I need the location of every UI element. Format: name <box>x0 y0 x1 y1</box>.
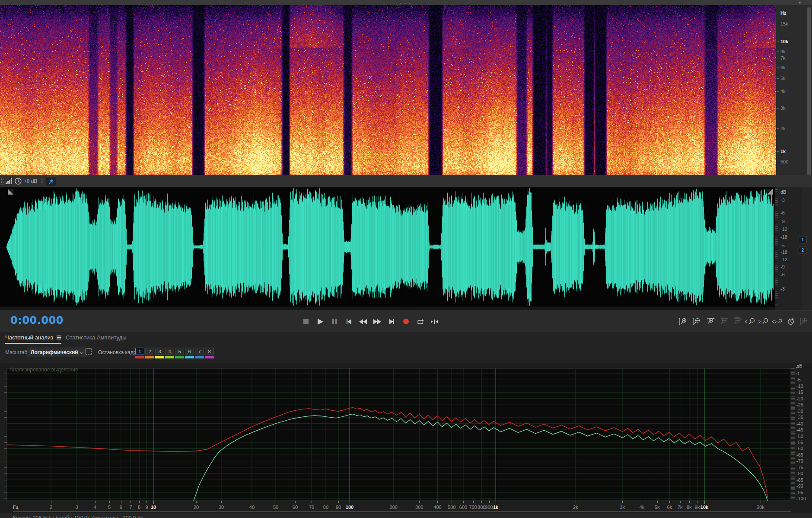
graph-x-label: 400 <box>433 505 441 510</box>
gain-readout[interactable]: +0dB <box>24 178 37 184</box>
hold-frame-button-8[interactable]: 8 <box>205 348 214 358</box>
graph-x-tick <box>109 501 110 503</box>
frequency-scale-tick <box>777 24 779 24</box>
graph-db-label: -10 <box>796 384 803 389</box>
zoom-in-horizontal-button[interactable] <box>704 316 716 327</box>
restore-default-zoom-icon <box>786 317 796 326</box>
graph-hz-unit-label: Гц <box>13 505 18 510</box>
graph-x-axis: Гц 2345678910203040506070809010020030040… <box>0 501 812 513</box>
record-button[interactable] <box>400 316 412 327</box>
channel-strip: 1 2 <box>802 187 812 310</box>
pin-playhead-button[interactable] <box>46 176 56 186</box>
rewind-button[interactable] <box>357 316 369 327</box>
fade-out-handle[interactable] <box>767 189 773 195</box>
graph-x-tick <box>146 501 147 503</box>
hold-frame-button-6[interactable]: 6 <box>185 348 194 358</box>
graph-x-tick <box>669 501 670 503</box>
zoom-out-vertical-icon <box>692 317 702 326</box>
graph-x-tick <box>350 501 350 504</box>
loop-playback-button[interactable] <box>414 316 426 327</box>
panel-grip-icon[interactable] <box>400 1 411 4</box>
stop-icon <box>303 319 309 324</box>
panel-menu-chevron-icon[interactable]: ▾ <box>799 0 801 5</box>
waveform-display[interactable] <box>0 188 775 306</box>
zoom-out-vertical-button[interactable] <box>691 316 703 327</box>
graph-x-label: 300 <box>415 505 423 510</box>
graph-db-label: -20 <box>796 396 803 401</box>
frequency-scale-tick <box>777 91 779 92</box>
channel-2-button[interactable]: 2 <box>799 246 807 254</box>
hold-frame-button-2[interactable]: 2 <box>145 348 154 358</box>
copy-selection-icon[interactable] <box>86 349 92 355</box>
hold-frame-button-4[interactable]: 4 <box>165 348 174 358</box>
timeline-ruler[interactable]: +0dB 2 4:006:008:0010:0012:0014:0016:001… <box>0 175 812 188</box>
graph-x-label: 600 <box>459 505 467 510</box>
graph-db-label: -15 <box>796 390 803 395</box>
stop-button[interactable] <box>300 316 312 327</box>
gain-value: +0 <box>24 178 30 184</box>
graph-x-label: 4 <box>94 505 96 510</box>
amplitude-unit-label: dB <box>780 189 786 195</box>
scale-dropdown[interactable]: Логарифмический <box>27 348 86 357</box>
pause-button[interactable] <box>328 316 341 327</box>
zoom-in-vertical-button[interactable] <box>678 316 690 327</box>
graph-db-label: -45 <box>796 427 803 432</box>
skip-to-end-button[interactable] <box>385 316 398 327</box>
clock-icon[interactable] <box>14 177 22 185</box>
amplitude-scale-label: -18 <box>780 249 787 255</box>
skip-to-start-button[interactable] <box>343 316 355 327</box>
channel-1-button[interactable]: 1 <box>799 236 807 243</box>
frequency-scale-label: 6k <box>780 65 786 70</box>
graph-x-label: 9 <box>145 505 148 510</box>
fast-forward-button[interactable] <box>371 316 383 327</box>
frequency-scale-label: 5k <box>780 76 786 81</box>
zoom-to-selection-button[interactable]: <> <box>771 316 783 327</box>
graph-x-label: 800 <box>478 505 485 510</box>
transport-bar: 0:00.000 <><> <box>0 310 812 333</box>
graph-x-label: 90 <box>336 505 341 510</box>
graph-x-label: 8 <box>138 505 140 510</box>
spectrogram-display[interactable] <box>0 5 776 175</box>
waveform-panel: dB -3-6-9-12-18-∞-18-12-9-6-3 1 2 <box>0 187 812 310</box>
tab-amplitude-statistics[interactable]: Статистика Амплитуды <box>66 334 126 341</box>
frequency-scale-label: 2k <box>780 126 786 131</box>
levels-icon[interactable] <box>6 178 13 184</box>
analysis-tab-bar: Частотный анализ Статистика Амплитуды <box>0 332 812 345</box>
zoom-to-in-point-button[interactable]: < <box>745 316 757 327</box>
graph-x-tick <box>419 501 420 503</box>
graph-db-label: 0 <box>796 371 799 376</box>
play-button[interactable] <box>314 316 326 327</box>
tab-label: Статистика Амплитуды <box>66 334 126 341</box>
amplitude-scale-label: -9 <box>780 264 785 269</box>
graph-x-tick <box>473 501 474 503</box>
fade-in-handle[interactable] <box>8 189 13 195</box>
graph-x-tick <box>394 501 394 503</box>
faint-indicator: 2 <box>41 179 43 184</box>
hold-frame-button-1[interactable]: 1 <box>135 348 144 358</box>
zoom-in-horizontal-icon <box>706 317 715 326</box>
graph-x-label: 1k <box>493 505 498 510</box>
graph-x-label: 7k <box>678 505 683 510</box>
graph-x-tick <box>496 501 496 504</box>
graph-x-tick <box>437 501 438 503</box>
transport-buttons <box>300 316 440 327</box>
time-display[interactable]: 0:00.000 <box>10 314 64 326</box>
analysis-controls: Масштаб: Логарифмический Остановка кадра… <box>0 345 812 363</box>
zoom-vertical-full-icon <box>799 317 809 326</box>
hold-frame-button-3[interactable]: 3 <box>155 348 164 358</box>
ruler-grip-icon[interactable] <box>1 177 4 185</box>
panel-menu-icon[interactable] <box>57 336 61 339</box>
zoom-to-out-point-button[interactable]: > <box>758 316 770 327</box>
bottom-grip-icon[interactable] <box>403 308 412 310</box>
hold-frame-button-5[interactable]: 5 <box>175 348 184 358</box>
tab-frequency-analysis[interactable]: Частотный анализ <box>5 334 61 344</box>
frequency-scale-tick <box>777 151 779 152</box>
frequency-analysis-graph[interactable]: Анализированое выделение дБ 0-5-10-15-20… <box>0 363 812 502</box>
graph-x-tick <box>131 501 131 503</box>
graph-x-label: 5k <box>655 505 660 510</box>
restore-default-zoom-button[interactable] <box>785 316 797 327</box>
hold-frame-button-7[interactable]: 7 <box>195 348 204 358</box>
hold-frame-color-swatch <box>185 356 194 358</box>
graph-db-label: -75 <box>796 465 803 470</box>
move-playhead-button[interactable] <box>428 316 440 327</box>
